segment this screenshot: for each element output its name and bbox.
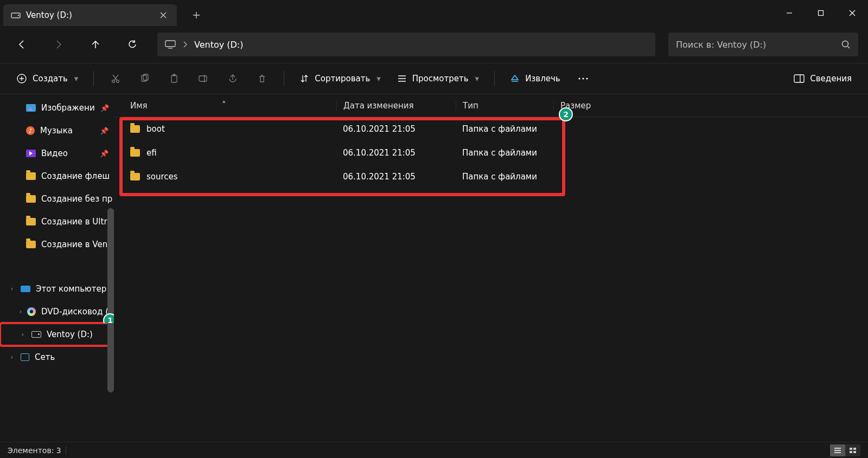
create-button[interactable]: Создать ▾: [10, 68, 85, 89]
chevron-down-icon: ▾: [74, 74, 79, 83]
folder-icon: [130, 149, 140, 157]
sidebar-item-dvd[interactable]: › DVD-дисковод ( 1: [0, 300, 114, 323]
details-pane-button[interactable]: Сведения: [787, 68, 858, 89]
svg-rect-17: [850, 448, 852, 450]
svg-point-4: [843, 41, 848, 47]
annotation-badge-1: 1: [103, 313, 114, 323]
refresh-button[interactable]: [120, 33, 144, 56]
chevron-down-icon: ▾: [376, 74, 381, 83]
column-type[interactable]: Тип: [456, 101, 553, 111]
maximize-button[interactable]: [805, 2, 837, 24]
column-headers: Имя ▴ Дата изменения Тип Размер: [114, 94, 868, 117]
chevron-right-icon[interactable]: ›: [8, 353, 16, 361]
column-name[interactable]: Имя ▴: [130, 101, 336, 111]
pc-icon: [21, 286, 30, 292]
sidebar-item-folder[interactable]: Создание в Ven: [0, 233, 114, 256]
sidebar-item-this-pc[interactable]: › Этот компьютер: [0, 278, 114, 300]
svg-rect-2: [819, 11, 824, 16]
delete-button[interactable]: [249, 68, 275, 89]
folder-icon: [26, 195, 36, 203]
cut-button[interactable]: [103, 68, 129, 89]
svg-point-6: [112, 80, 115, 83]
music-icon: ♪: [26, 126, 35, 135]
chevron-down-icon: ▾: [475, 74, 480, 83]
item-count: Элементов: 3: [8, 446, 61, 455]
sidebar-item-network[interactable]: › Сеть: [0, 346, 114, 369]
svg-rect-3: [165, 41, 175, 47]
view-button[interactable]: Просмотреть ▾: [391, 68, 486, 89]
eject-button[interactable]: Извлечь: [503, 68, 567, 89]
pin-icon: 📌: [100, 150, 108, 158]
sidebar-item-music[interactable]: ♪ Музыка 📌: [0, 119, 114, 142]
chevron-right-icon[interactable]: ›: [18, 308, 23, 315]
drive-icon: [11, 11, 21, 19]
pictures-icon: [26, 104, 36, 112]
svg-point-1: [18, 15, 19, 16]
breadcrumb-location[interactable]: Ventoy (D:): [194, 40, 244, 50]
file-row[interactable]: sources 06.10.2021 21:05 Папка с файлами: [114, 165, 868, 189]
sidebar-item-folder[interactable]: Создание без пр: [0, 188, 114, 210]
folder-icon: [130, 173, 140, 180]
sidebar-item-folder[interactable]: Создание флеш: [0, 165, 114, 188]
minimize-button[interactable]: [774, 2, 805, 24]
thumbnails-view-button[interactable]: [845, 444, 860, 456]
rename-button[interactable]: [190, 68, 216, 89]
sort-button[interactable]: Сортировать ▾: [293, 68, 387, 89]
file-row[interactable]: boot 06.10.2021 21:05 Папка с файлами: [114, 117, 868, 141]
address-bar[interactable]: Ventoy (D:): [157, 33, 655, 56]
forward-button[interactable]: [47, 33, 71, 56]
sidebar-item-ventoy[interactable]: › Ventoy (D:): [0, 323, 114, 346]
chevron-right-icon[interactable]: ›: [18, 331, 27, 338]
svg-point-13: [578, 78, 580, 79]
video-icon: [26, 150, 36, 157]
drive-icon: [31, 331, 41, 338]
svg-point-15: [586, 78, 588, 79]
more-button[interactable]: [570, 68, 596, 89]
svg-point-14: [582, 78, 584, 79]
dvd-icon: [27, 307, 36, 316]
status-bar: Элементов: 3: [0, 442, 868, 458]
pin-icon: 📌: [100, 127, 108, 135]
back-button[interactable]: [10, 33, 34, 56]
close-window-button[interactable]: [837, 2, 868, 24]
svg-rect-16: [794, 75, 804, 82]
tab-title: Ventoy (D:): [26, 10, 150, 20]
sidebar-item-folder[interactable]: Создание в Ultra: [0, 210, 114, 233]
pc-icon: [165, 40, 176, 49]
eject-icon: [510, 74, 520, 83]
file-list: Имя ▴ Дата изменения Тип Размер boot 06.…: [114, 94, 868, 442]
details-view-button[interactable]: [830, 444, 845, 456]
svg-rect-18: [853, 448, 856, 450]
svg-point-7: [117, 80, 119, 83]
window-controls: [774, 2, 868, 24]
chevron-right-icon[interactable]: ›: [8, 285, 16, 293]
sidebar: Изображени 📌 ♪ Музыка 📌 Видео 📌 Создание…: [0, 94, 114, 442]
sidebar-item-pictures[interactable]: Изображени 📌: [0, 96, 114, 119]
pin-icon: 📌: [100, 104, 109, 112]
annotation-badge-2: 2: [559, 107, 573, 121]
folder-icon: [26, 241, 36, 248]
view-switch: [830, 444, 860, 456]
folder-icon: [26, 218, 36, 225]
svg-rect-20: [853, 451, 856, 453]
sidebar-item-video[interactable]: Видео 📌: [0, 142, 114, 165]
copy-button[interactable]: [132, 68, 158, 89]
share-button[interactable]: [220, 68, 246, 89]
folder-icon: [26, 172, 36, 180]
sidebar-scrollbar[interactable]: [107, 208, 114, 392]
sort-indicator-icon: ▴: [222, 98, 226, 105]
nav-row: Ventoy (D:) Поиск в: Ventoy (D:): [0, 26, 868, 63]
up-button[interactable]: [84, 33, 107, 56]
svg-rect-10: [171, 75, 177, 82]
search-box[interactable]: Поиск в: Ventoy (D:): [668, 33, 858, 56]
network-icon: [21, 353, 29, 361]
new-tab-button[interactable]: [186, 4, 207, 26]
column-date[interactable]: Дата изменения: [336, 101, 456, 111]
file-row[interactable]: efi 06.10.2021 21:05 Папка с файлами: [114, 141, 868, 165]
window-tab[interactable]: Ventoy (D:): [3, 4, 177, 26]
close-tab-button[interactable]: [155, 7, 171, 23]
paste-button[interactable]: [161, 68, 187, 89]
search-icon: [841, 40, 851, 49]
chevron-right-icon[interactable]: [182, 41, 188, 48]
toolbar: Создать ▾ Сортировать ▾ Просмотреть ▾ Из…: [0, 63, 868, 94]
